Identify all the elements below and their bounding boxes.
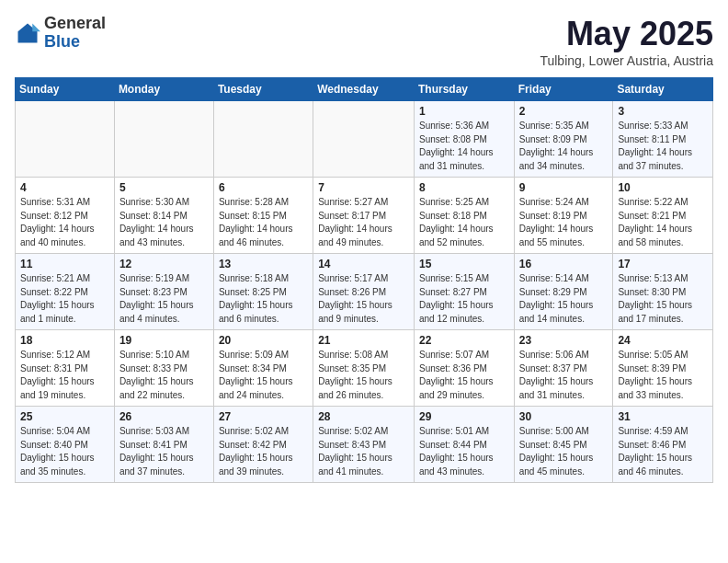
calendar-cell: 3Sunrise: 5:33 AM Sunset: 8:11 PM Daylig… xyxy=(613,101,713,178)
calendar-cell: 31Sunrise: 4:59 AM Sunset: 8:46 PM Dayli… xyxy=(613,407,713,483)
calendar-table: SundayMondayTuesdayWednesdayThursdayFrid… xyxy=(15,77,713,483)
day-info: Sunrise: 5:22 AM Sunset: 8:21 PM Dayligh… xyxy=(618,196,708,249)
day-info: Sunrise: 5:25 AM Sunset: 8:18 PM Dayligh… xyxy=(419,196,509,249)
calendar-week-row: 4Sunrise: 5:31 AM Sunset: 8:12 PM Daylig… xyxy=(16,178,713,254)
logo-icon xyxy=(15,20,40,46)
calendar-header-row: SundayMondayTuesdayWednesdayThursdayFrid… xyxy=(16,78,713,101)
day-info: Sunrise: 5:28 AM Sunset: 8:15 PM Dayligh… xyxy=(219,196,308,249)
day-info: Sunrise: 5:31 AM Sunset: 8:12 PM Dayligh… xyxy=(20,196,109,249)
title-block: May 2025 Tulbing, Lower Austria, Austria xyxy=(540,15,713,68)
day-number: 14 xyxy=(318,258,409,270)
calendar-cell: 20Sunrise: 5:09 AM Sunset: 8:34 PM Dayli… xyxy=(213,330,313,407)
calendar-cell: 30Sunrise: 5:00 AM Sunset: 8:45 PM Dayli… xyxy=(514,407,613,483)
calendar-cell xyxy=(16,101,115,178)
calendar-week-row: 18Sunrise: 5:12 AM Sunset: 8:31 PM Dayli… xyxy=(16,330,713,407)
day-number: 30 xyxy=(519,410,609,423)
calendar-cell: 6Sunrise: 5:28 AM Sunset: 8:15 PM Daylig… xyxy=(213,178,313,254)
day-info: Sunrise: 5:18 AM Sunset: 8:25 PM Dayligh… xyxy=(219,272,308,326)
calendar-cell: 22Sunrise: 5:07 AM Sunset: 8:36 PM Dayli… xyxy=(414,330,514,407)
calendar-cell: 4Sunrise: 5:31 AM Sunset: 8:12 PM Daylig… xyxy=(16,178,115,254)
day-info: Sunrise: 5:30 AM Sunset: 8:14 PM Dayligh… xyxy=(119,196,209,249)
day-info: Sunrise: 5:36 AM Sunset: 8:08 PM Dayligh… xyxy=(419,120,509,173)
calendar-cell xyxy=(313,101,415,178)
day-number: 9 xyxy=(519,181,609,194)
day-number: 26 xyxy=(119,410,209,423)
day-number: 2 xyxy=(519,105,609,118)
day-number: 23 xyxy=(519,334,609,347)
calendar-cell: 28Sunrise: 5:02 AM Sunset: 8:43 PM Dayli… xyxy=(313,407,415,483)
day-info: Sunrise: 5:09 AM Sunset: 8:34 PM Dayligh… xyxy=(219,349,308,402)
day-info: Sunrise: 5:10 AM Sunset: 8:33 PM Dayligh… xyxy=(119,349,209,402)
calendar-cell: 7Sunrise: 5:27 AM Sunset: 8:17 PM Daylig… xyxy=(313,178,415,254)
calendar-week-row: 1Sunrise: 5:36 AM Sunset: 8:08 PM Daylig… xyxy=(16,101,713,178)
day-info: Sunrise: 5:03 AM Sunset: 8:41 PM Dayligh… xyxy=(119,425,209,478)
calendar-cell: 26Sunrise: 5:03 AM Sunset: 8:41 PM Dayli… xyxy=(114,407,213,483)
day-number: 3 xyxy=(618,105,708,118)
col-header-friday: Friday xyxy=(514,78,613,101)
svg-marker-1 xyxy=(32,23,40,31)
day-number: 8 xyxy=(419,181,509,194)
calendar-week-row: 11Sunrise: 5:21 AM Sunset: 8:22 PM Dayli… xyxy=(16,254,713,330)
col-header-thursday: Thursday xyxy=(414,78,514,101)
calendar-cell: 19Sunrise: 5:10 AM Sunset: 8:33 PM Dayli… xyxy=(114,330,213,407)
day-info: Sunrise: 5:15 AM Sunset: 8:27 PM Dayligh… xyxy=(419,272,509,326)
day-info: Sunrise: 5:35 AM Sunset: 8:09 PM Dayligh… xyxy=(519,120,609,173)
day-info: Sunrise: 5:02 AM Sunset: 8:43 PM Dayligh… xyxy=(318,425,409,478)
month-title: May 2025 xyxy=(540,15,713,53)
calendar-cell: 11Sunrise: 5:21 AM Sunset: 8:22 PM Dayli… xyxy=(16,254,115,330)
day-number: 24 xyxy=(618,334,708,347)
calendar-cell: 5Sunrise: 5:30 AM Sunset: 8:14 PM Daylig… xyxy=(114,178,213,254)
day-number: 11 xyxy=(20,258,109,270)
day-info: Sunrise: 5:27 AM Sunset: 8:17 PM Dayligh… xyxy=(318,196,409,249)
day-info: Sunrise: 5:04 AM Sunset: 8:40 PM Dayligh… xyxy=(20,425,109,478)
day-number: 13 xyxy=(219,258,308,270)
col-header-wednesday: Wednesday xyxy=(313,78,415,101)
day-number: 22 xyxy=(419,334,509,347)
day-number: 27 xyxy=(219,410,308,423)
calendar-cell: 25Sunrise: 5:04 AM Sunset: 8:40 PM Dayli… xyxy=(16,407,115,483)
day-info: Sunrise: 5:01 AM Sunset: 8:44 PM Dayligh… xyxy=(419,425,509,478)
calendar-cell xyxy=(114,101,213,178)
calendar-cell: 14Sunrise: 5:17 AM Sunset: 8:26 PM Dayli… xyxy=(313,254,415,330)
day-info: Sunrise: 5:05 AM Sunset: 8:39 PM Dayligh… xyxy=(618,349,708,402)
calendar-cell: 24Sunrise: 5:05 AM Sunset: 8:39 PM Dayli… xyxy=(613,330,713,407)
day-info: Sunrise: 5:06 AM Sunset: 8:37 PM Dayligh… xyxy=(519,349,609,402)
day-info: Sunrise: 5:21 AM Sunset: 8:22 PM Dayligh… xyxy=(20,272,109,326)
day-info: Sunrise: 5:33 AM Sunset: 8:11 PM Dayligh… xyxy=(618,120,708,173)
calendar-cell: 18Sunrise: 5:12 AM Sunset: 8:31 PM Dayli… xyxy=(16,330,115,407)
calendar-cell: 17Sunrise: 5:13 AM Sunset: 8:30 PM Dayli… xyxy=(613,254,713,330)
day-number: 17 xyxy=(618,258,708,270)
calendar-cell xyxy=(213,101,313,178)
calendar-cell: 12Sunrise: 5:19 AM Sunset: 8:23 PM Dayli… xyxy=(114,254,213,330)
day-info: Sunrise: 5:00 AM Sunset: 8:45 PM Dayligh… xyxy=(519,425,609,478)
day-number: 25 xyxy=(20,410,109,423)
day-number: 12 xyxy=(119,258,209,270)
calendar-cell: 27Sunrise: 5:02 AM Sunset: 8:42 PM Dayli… xyxy=(213,407,313,483)
col-header-tuesday: Tuesday xyxy=(213,78,313,101)
day-info: Sunrise: 5:13 AM Sunset: 8:30 PM Dayligh… xyxy=(618,272,708,326)
day-info: Sunrise: 4:59 AM Sunset: 8:46 PM Dayligh… xyxy=(618,425,708,478)
logo: General Blue xyxy=(15,15,106,52)
logo-blue-text: Blue xyxy=(44,32,80,51)
calendar-cell: 23Sunrise: 5:06 AM Sunset: 8:37 PM Dayli… xyxy=(514,330,613,407)
calendar-cell: 21Sunrise: 5:08 AM Sunset: 8:35 PM Dayli… xyxy=(313,330,415,407)
day-number: 1 xyxy=(419,105,509,118)
page-header: General Blue May 2025 Tulbing, Lower Aus… xyxy=(15,15,713,68)
calendar-cell: 1Sunrise: 5:36 AM Sunset: 8:08 PM Daylig… xyxy=(414,101,514,178)
day-info: Sunrise: 5:17 AM Sunset: 8:26 PM Dayligh… xyxy=(318,272,409,326)
calendar-cell: 9Sunrise: 5:24 AM Sunset: 8:19 PM Daylig… xyxy=(514,178,613,254)
day-info: Sunrise: 5:19 AM Sunset: 8:23 PM Dayligh… xyxy=(119,272,209,326)
col-header-sunday: Sunday xyxy=(16,78,115,101)
col-header-monday: Monday xyxy=(114,78,213,101)
day-number: 5 xyxy=(119,181,209,194)
calendar-week-row: 25Sunrise: 5:04 AM Sunset: 8:40 PM Dayli… xyxy=(16,407,713,483)
day-number: 6 xyxy=(219,181,308,194)
logo-general-text: General xyxy=(44,14,106,32)
day-info: Sunrise: 5:12 AM Sunset: 8:31 PM Dayligh… xyxy=(20,349,109,402)
day-number: 4 xyxy=(20,181,109,194)
day-number: 20 xyxy=(219,334,308,347)
day-info: Sunrise: 5:02 AM Sunset: 8:42 PM Dayligh… xyxy=(219,425,308,478)
day-number: 18 xyxy=(20,334,109,347)
calendar-cell: 8Sunrise: 5:25 AM Sunset: 8:18 PM Daylig… xyxy=(414,178,514,254)
day-number: 28 xyxy=(318,410,409,423)
